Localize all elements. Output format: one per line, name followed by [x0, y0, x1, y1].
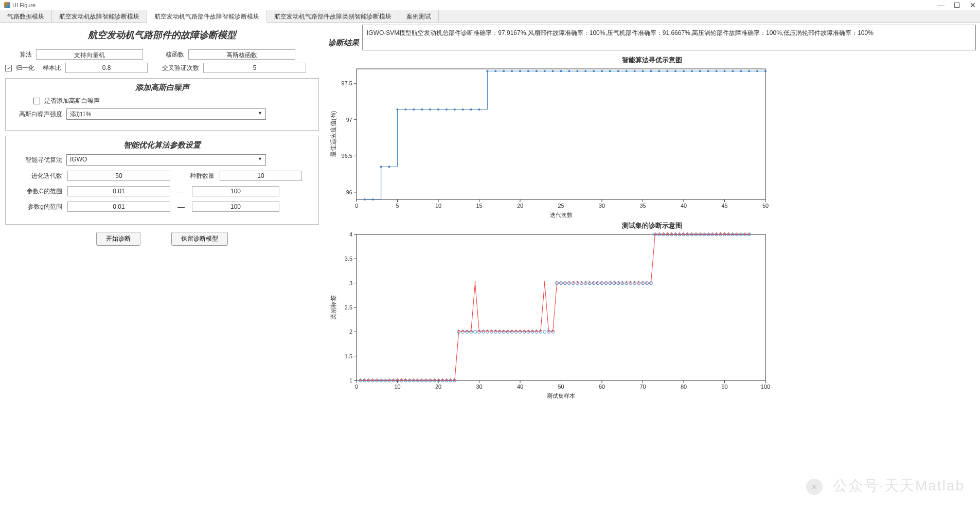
svg-text:50: 50: [762, 203, 769, 209]
svg-text:*: *: [478, 328, 480, 335]
algorithm-field[interactable]: 支持向量机: [36, 49, 143, 60]
svg-text:*: *: [662, 231, 665, 238]
svg-text:*: *: [425, 377, 427, 384]
svg-text:97.5: 97.5: [342, 80, 352, 86]
cv-label: 交叉验证次数: [159, 64, 199, 72]
app-icon: [4, 2, 10, 8]
g-max-field[interactable]: 100: [192, 202, 279, 212]
svg-point-62: [601, 70, 603, 72]
cv-field[interactable]: 5: [203, 63, 306, 73]
svg-point-42: [437, 108, 439, 111]
svg-text:40: 40: [681, 203, 687, 209]
svg-text:0: 0: [355, 384, 358, 390]
svg-text:*: *: [699, 231, 702, 238]
g-min-field[interactable]: 0.01: [67, 202, 170, 212]
svg-text:*: *: [744, 231, 746, 238]
opt-group-title: 智能优化算法参数设置: [19, 140, 305, 150]
add-noise-checkbox[interactable]: [33, 98, 40, 104]
svg-text:*: *: [433, 377, 436, 384]
svg-point-55: [544, 70, 546, 72]
svg-text:*: *: [421, 377, 423, 384]
svg-text:*: *: [605, 280, 608, 286]
watermark-text: 公众号·天天Matlab: [833, 478, 965, 494]
svg-text:*: *: [519, 328, 522, 335]
svg-text:*: *: [364, 377, 366, 384]
svg-point-82: [764, 70, 767, 72]
svg-text:*: *: [470, 328, 472, 335]
svg-text:*: *: [723, 231, 726, 238]
normalize-label: 归一化: [16, 64, 37, 72]
tab-engine-fault[interactable]: 航空发动机故障智能诊断模块: [52, 10, 147, 22]
tab-bar: 气路数据模块 航空发动机故障智能诊断模块 航空发动机气路部件故障智能诊断模块 航…: [0, 10, 980, 23]
close-icon[interactable]: ✕: [970, 1, 976, 9]
svg-text:*: *: [360, 377, 362, 384]
noise-intensity-select[interactable]: 添加1%: [66, 108, 266, 120]
svg-text:50: 50: [558, 384, 564, 390]
svg-text:*: *: [707, 231, 710, 238]
save-model-button[interactable]: 保留诊断模型: [171, 232, 228, 246]
svg-point-58: [568, 70, 570, 72]
tab-data[interactable]: 气路数据模块: [0, 10, 52, 22]
svg-text:*: *: [376, 377, 379, 384]
svg-text:*: *: [670, 231, 673, 238]
svg-text:*: *: [580, 280, 583, 286]
svg-point-41: [429, 108, 431, 111]
svg-text:*: *: [523, 328, 526, 335]
svg-text:70: 70: [639, 384, 646, 390]
svg-text:*: *: [621, 280, 624, 286]
tab-case-test[interactable]: 案例测试: [399, 10, 439, 22]
svg-text:35: 35: [639, 203, 646, 209]
svg-text:*: *: [372, 377, 375, 384]
svg-text:*: *: [556, 280, 558, 286]
opt-algo-select[interactable]: IGWO: [66, 154, 266, 166]
svg-point-50: [503, 70, 505, 72]
wechat-icon: [806, 479, 823, 495]
svg-point-63: [609, 70, 611, 72]
svg-point-35: [380, 166, 382, 168]
svg-point-68: [650, 70, 652, 72]
svg-text:*: *: [683, 231, 685, 238]
svg-text:*: *: [527, 328, 530, 335]
range-sep: —: [175, 187, 187, 195]
svg-text:*: *: [437, 377, 440, 384]
svg-text:*: *: [400, 377, 403, 384]
page-title: 航空发动机气路部件的故障诊断模型: [5, 26, 319, 46]
result-label: 诊断结果: [328, 38, 359, 48]
sample-ratio-field[interactable]: 0.8: [65, 63, 148, 73]
g-range-label: 参数g的范围: [19, 203, 62, 211]
normalize-checkbox[interactable]: ✓: [5, 65, 12, 71]
svg-text:*: *: [584, 280, 587, 286]
svg-point-72: [683, 70, 685, 72]
maximize-icon[interactable]: ☐: [954, 1, 960, 9]
svg-point-46: [470, 108, 472, 111]
svg-text:*: *: [732, 231, 734, 238]
svg-point-150: [474, 330, 477, 333]
svg-text:*: *: [633, 280, 636, 286]
tab-gaspath-fault[interactable]: 航空发动机气路部件故障智能诊断模块: [147, 10, 267, 23]
svg-text:*: *: [531, 328, 534, 335]
svg-text:*: *: [511, 328, 513, 335]
start-button[interactable]: 开始诊断: [96, 232, 140, 246]
svg-text:*: *: [548, 328, 550, 335]
svg-text:*: *: [503, 328, 505, 335]
svg-text:*: *: [396, 377, 399, 384]
iter-field[interactable]: 50: [67, 171, 170, 181]
svg-text:类别标签: 类别标签: [330, 295, 337, 320]
svg-text:*: *: [637, 280, 640, 286]
c-max-field[interactable]: 100: [192, 186, 279, 196]
svg-point-57: [560, 70, 562, 72]
tab-gaspath-category[interactable]: 航空发动机气路部件故障类别智能诊断模块: [267, 10, 399, 22]
svg-text:*: *: [408, 377, 411, 384]
minimize-icon[interactable]: —: [937, 1, 945, 9]
kernel-field[interactable]: 高斯核函数: [188, 49, 295, 60]
svg-point-37: [397, 108, 399, 111]
c-min-field[interactable]: 0.01: [67, 186, 170, 196]
svg-text:*: *: [466, 328, 469, 335]
svg-text:*: *: [429, 377, 432, 384]
pop-field[interactable]: 10: [220, 171, 302, 181]
svg-point-73: [691, 70, 693, 72]
algorithm-label: 算法: [5, 50, 32, 59]
svg-point-40: [421, 108, 423, 111]
svg-text:*: *: [404, 377, 407, 384]
svg-point-71: [674, 70, 676, 72]
